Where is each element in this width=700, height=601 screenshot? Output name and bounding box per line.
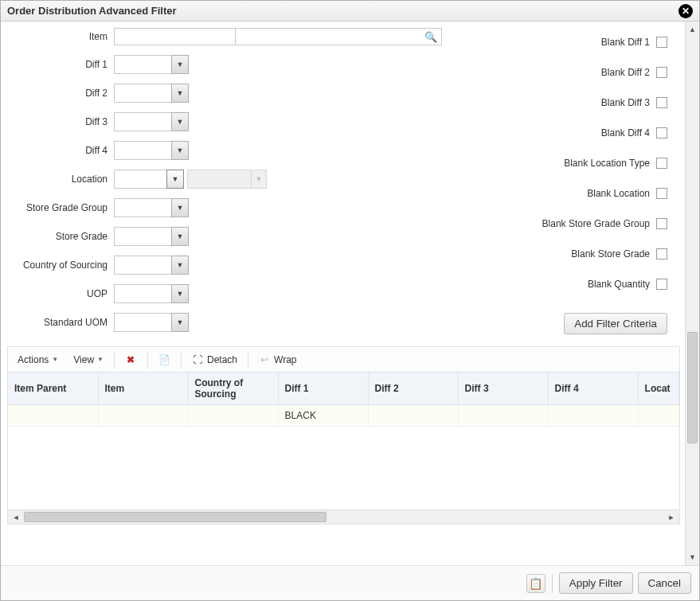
detach-button[interactable]: ⛶ Detach [185, 350, 244, 369]
blank-store-grade-checkbox[interactable] [656, 248, 667, 260]
horizontal-scrollbar[interactable]: ◄ ► [8, 509, 679, 524]
diff2-input[interactable] [114, 84, 171, 103]
store-grade-input[interactable] [114, 227, 171, 246]
add-filter-criteria-button[interactable]: Add Filter Criteria [564, 313, 667, 334]
item-desc-input[interactable] [235, 28, 442, 45]
cell-item-parent[interactable] [8, 405, 98, 427]
col-location[interactable]: Locat [638, 373, 678, 405]
uop-combo[interactable]: ▼ [114, 284, 189, 303]
col-diff1[interactable]: Diff 1 [278, 373, 368, 405]
location-type-combo[interactable]: ▼ [114, 170, 184, 189]
blank-location-type-checkbox[interactable] [656, 158, 667, 169]
location-type-input[interactable] [114, 170, 166, 189]
store-grade-combo[interactable]: ▼ [114, 227, 189, 246]
scroll-thumb[interactable] [24, 512, 327, 522]
blank-diff4-checkbox[interactable] [656, 127, 667, 139]
col-diff2[interactable]: Diff 2 [368, 373, 458, 405]
blank-store-grade-group-checkbox[interactable] [656, 218, 667, 229]
store-grade-row: Store Grade ▼ [7, 227, 442, 246]
item-row: Item 🔍 [7, 28, 442, 45]
cell-item[interactable] [98, 405, 188, 427]
blank-store-grade-row: Blank Store Grade [571, 246, 667, 262]
chevron-down-icon[interactable]: ▼ [171, 141, 189, 160]
col-diff3[interactable]: Diff 3 [458, 373, 548, 405]
diff4-input[interactable] [114, 141, 171, 160]
diff4-row: Diff 4 ▼ [7, 141, 442, 160]
chevron-down-icon[interactable]: ▼ [171, 84, 189, 103]
wrap-button[interactable]: ↩ Wrap [252, 350, 303, 369]
cell-diff3[interactable] [458, 405, 548, 427]
diff4-combo[interactable]: ▼ [114, 141, 189, 160]
actions-label: Actions [18, 354, 49, 365]
standard-uom-input[interactable] [114, 313, 171, 332]
cell-country[interactable] [188, 405, 278, 427]
blank-diff1-row: Blank Diff 1 [601, 34, 667, 50]
diff1-combo[interactable]: ▼ [114, 55, 189, 74]
close-icon[interactable]: ✕ [678, 4, 693, 18]
scroll-right-icon[interactable]: ► [665, 510, 678, 524]
cell-location[interactable] [638, 405, 678, 427]
scroll-up-icon[interactable]: ▲ [686, 23, 699, 36]
chevron-down-icon[interactable]: ▼ [171, 256, 189, 275]
cell-diff4[interactable] [548, 405, 638, 427]
table-header-row: Item Parent Item Country of Sourcing Dif… [8, 373, 679, 405]
diff3-row: Diff 3 ▼ [7, 112, 442, 131]
diff3-combo[interactable]: ▼ [114, 112, 189, 131]
results-table-section: Actions ▼ View ▼ ✖ 📄 [7, 346, 680, 525]
table-toolbar: Actions ▼ View ▼ ✖ 📄 [8, 347, 679, 373]
uop-row: UOP ▼ [7, 284, 442, 303]
vertical-scrollbar[interactable]: ▲ ▼ [685, 21, 699, 565]
view-menu[interactable]: View ▼ [67, 351, 111, 369]
chevron-down-icon[interactable]: ▼ [171, 112, 189, 131]
actions-menu[interactable]: Actions ▼ [11, 351, 65, 369]
col-diff4[interactable]: Diff 4 [548, 373, 638, 405]
blank-diff3-checkbox[interactable] [656, 97, 667, 108]
cancel-button[interactable]: Cancel [638, 572, 692, 594]
blank-diff2-label: Blank Diff 2 [601, 67, 650, 78]
query-icon[interactable]: 📋 [526, 574, 546, 593]
table-wrap: Item Parent Item Country of Sourcing Dif… [8, 373, 679, 509]
blank-diff2-checkbox[interactable] [656, 67, 667, 78]
export-button[interactable]: 📄 [151, 350, 178, 369]
item-input-group: 🔍 [114, 28, 442, 45]
store-grade-group-combo[interactable]: ▼ [114, 198, 189, 217]
cell-diff2[interactable] [368, 405, 458, 427]
diff2-combo[interactable]: ▼ [114, 84, 189, 103]
col-item-parent[interactable]: Item Parent [8, 373, 98, 405]
standard-uom-row: Standard UOM ▼ [7, 313, 442, 332]
filter-dialog: Order Distribution Advanced Filter ✕ Ite… [0, 0, 700, 601]
diff1-input[interactable] [114, 55, 171, 74]
store-grade-group-label: Store Grade Group [7, 202, 114, 213]
search-icon[interactable]: 🔍 [424, 31, 437, 43]
standard-uom-combo[interactable]: ▼ [114, 313, 189, 332]
scroll-left-icon[interactable]: ◄ [10, 510, 22, 524]
chevron-down-icon[interactable]: ▼ [171, 198, 189, 217]
item-id-input[interactable] [114, 28, 235, 45]
apply-filter-button[interactable]: Apply Filter [559, 572, 633, 594]
blank-quantity-row: Blank Quantity [588, 276, 667, 292]
delete-button[interactable]: ✖ [118, 350, 144, 369]
blank-diff1-checkbox[interactable] [656, 37, 667, 48]
blank-quantity-checkbox[interactable] [656, 279, 667, 290]
table-row[interactable]: BLACK [8, 405, 679, 427]
col-country[interactable]: Country of Sourcing [188, 373, 278, 405]
scroll-thumb[interactable] [687, 332, 698, 443]
country-sourcing-input[interactable] [114, 256, 171, 275]
blank-location-checkbox[interactable] [656, 188, 667, 199]
col-item[interactable]: Item [98, 373, 188, 405]
blank-location-type-row: Blank Location Type [564, 155, 667, 171]
diff3-input[interactable] [114, 112, 171, 131]
blank-diff4-label: Blank Diff 4 [601, 127, 650, 139]
chevron-down-icon[interactable]: ▼ [171, 55, 189, 74]
scroll-down-icon[interactable]: ▼ [686, 551, 699, 564]
chevron-down-icon[interactable]: ▼ [171, 227, 189, 246]
cell-diff1[interactable]: BLACK [278, 405, 368, 427]
chevron-down-icon[interactable]: ▼ [166, 170, 184, 189]
store-grade-group-input[interactable] [114, 198, 171, 217]
chevron-down-icon[interactable]: ▼ [171, 284, 189, 303]
chevron-down-icon[interactable]: ▼ [171, 313, 189, 332]
country-sourcing-combo[interactable]: ▼ [114, 256, 189, 275]
uop-input[interactable] [114, 284, 171, 303]
store-grade-group-row: Store Grade Group ▼ [7, 198, 442, 217]
blank-diff4-row: Blank Diff 4 [601, 125, 667, 141]
